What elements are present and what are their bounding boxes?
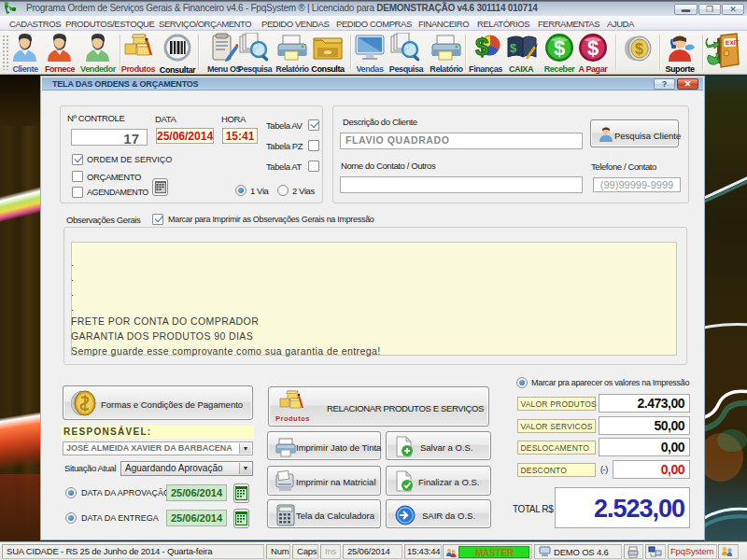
svg-text:$: $ [587,36,599,60]
svg-text:$: $ [510,41,517,55]
svg-text:$: $ [554,36,565,60]
svg-text:$: $ [635,41,643,57]
svg-text:$: $ [475,33,489,61]
svg-text:EXIT: EXIT [726,39,740,47]
